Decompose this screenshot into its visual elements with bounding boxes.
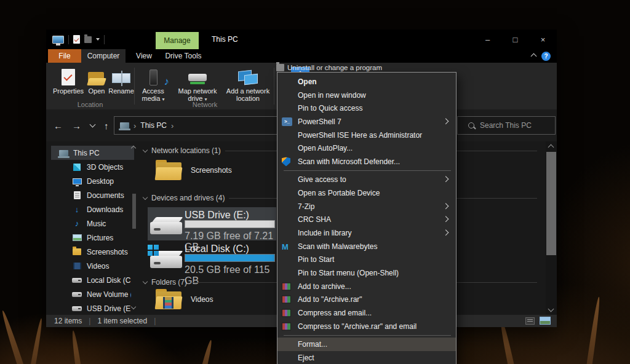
sidebar-item-usb-drive-e[interactable]: USB Drive (E:) [51,301,131,315]
ribbon-tab-bar: File Computer View Drive Tools [46,49,557,63]
sidebar-item-screenshots[interactable]: Screenshots [51,245,131,259]
tab-drive-tools[interactable]: Drive Tools [159,49,208,63]
properties-button[interactable]: Properties [52,65,84,95]
capacity-bar-local-disk [185,254,275,262]
maximize-button[interactable]: □ [501,30,529,49]
menu-item-open-as-portable-device[interactable]: Open as Portable Device [277,186,456,200]
access-media-button[interactable]: ♪ Access media ▾ [136,65,170,103]
usb-drive-icon [150,216,182,234]
rename-button[interactable]: Rename [108,65,135,95]
computer-icon [52,36,64,44]
collapse-group-chevron-icon[interactable] [143,194,148,199]
collapse-group-chevron-icon[interactable] [143,147,148,152]
menu-item-pin-to-start[interactable]: Pin to Start [277,253,456,266]
breadcrumb[interactable]: This PC [140,121,167,130]
collapse-group-chevron-icon[interactable] [143,279,148,283]
film-icon [72,261,82,271]
tab-file[interactable]: File [48,49,81,63]
malwarebytes-icon: M [282,242,289,251]
details-view-icon[interactable] [525,317,535,325]
menu-item-add-to-archive[interactable]: Add to archive... [277,280,456,293]
ribbon-group-divider [134,68,135,105]
capacity-bar-usb [185,220,275,228]
minimize-button[interactable]: – [474,30,501,49]
menu-item-add-to-archive-rar[interactable]: Add to "Archive.rar" [277,293,456,307]
system-drive-icon [150,250,182,268]
scroll-down-icon[interactable] [131,304,136,309]
sidebar-item-downloads[interactable]: ↓ Downloads [51,202,131,216]
open-button[interactable]: Open [86,65,108,95]
back-button[interactable]: ← [54,121,63,131]
tab-view[interactable]: View [126,49,162,63]
defender-shield-icon [282,157,290,166]
properties-icon [62,69,75,85]
menu-item-scan-with-malwarebytes[interactable]: M Scan with Malwarebytes [277,240,456,253]
menu-item-pin-to-quick-access[interactable]: Pin to Quick access [277,101,456,115]
menu-item-eject[interactable]: Eject [277,351,456,364]
cube-icon [72,162,82,172]
drive-icon [72,304,82,314]
selection-count: 1 item selected [97,317,147,325]
drive-item-local-disk-c[interactable]: Local Disk (C:) 20.5 GB free of 115 GB [148,241,276,274]
menu-item-crc-sha[interactable]: CRC SHA [277,213,456,226]
breadcrumb-chevron-icon[interactable]: › [171,121,173,130]
program-icon [276,64,284,71]
menu-item-7-zip[interactable]: 7-Zip [277,200,456,213]
film-strip-icon [163,297,173,309]
submenu-arrow-icon [443,176,449,183]
picture-icon [72,233,82,243]
sidebar-scrollbar[interactable] [130,141,138,315]
sidebar-item-pictures[interactable]: Pictures [51,231,131,245]
up-button[interactable]: ↑ [104,121,109,131]
file-item-videos[interactable]: Videos [156,288,279,315]
tab-computer[interactable]: Computer [81,49,126,63]
menu-item-open-in-new-window[interactable]: Open in new window [277,89,456,102]
uninstall-or-change-program-button[interactable]: Uninstall or change a program [276,64,382,71]
menu-item-give-access-to[interactable]: Give access to [277,173,456,186]
properties-quick-icon[interactable] [73,35,80,44]
file-item-screenshots[interactable]: Screenshots [156,159,279,191]
menu-item-scan-with-defender[interactable]: Scan with Microsoft Defender... [277,155,456,168]
menu-item-include-in-library[interactable]: Include in library [277,226,456,240]
menu-item-format[interactable]: Format... [277,338,456,351]
menu-item-powershell-7[interactable]: >_ PowerShell 7 [277,115,456,129]
menu-item-pin-to-start-menu-open-shell[interactable]: Pin to Start menu (Open-Shell) [277,266,456,280]
open-folder-icon [88,72,105,85]
scrollbar-thumb[interactable] [132,194,136,229]
music-note-icon: ♪ [72,219,82,229]
scroll-down-icon[interactable] [548,306,554,312]
help-icon[interactable]: ? [541,52,551,61]
new-folder-quick-icon[interactable] [84,36,92,43]
customize-toolbar-caret-icon[interactable] [96,38,100,41]
menu-item-open[interactable]: Open [277,75,456,89]
menu-item-compress-and-email[interactable]: Compress and email... [277,306,456,320]
this-pc-icon [120,122,129,129]
scrollbar-thumb[interactable] [546,152,556,255]
search-input[interactable] [480,121,551,130]
winrar-icon [282,296,291,304]
large-icons-view-icon[interactable] [540,317,551,325]
menu-item-powershell-ise-admin[interactable]: PowerShell ISE Here as Administrator [277,129,456,142]
scroll-up-icon[interactable] [131,146,136,151]
sidebar-item-3d-objects[interactable]: 3D Objects [51,160,131,174]
sidebar-item-documents[interactable]: Documents [51,188,131,202]
drive-item-usb-drive-e[interactable]: USB Drive (E:) 7.19 GB free of 7.21 GB [148,207,276,240]
manage-contextual-tab[interactable]: Manage [156,32,199,49]
sidebar-item-videos[interactable]: Videos [51,259,131,273]
winrar-icon [282,322,291,330]
sidebar-item-local-disk-c[interactable]: Local Disk (C:) [51,273,131,287]
menu-item-open-autoplay[interactable]: Open AutoPlay... [277,141,456,155]
search-box[interactable] [457,116,556,135]
sidebar-item-music[interactable]: ♪ Music [51,216,131,231]
forward-button[interactable]: → [72,121,81,131]
drive-icon [72,275,82,285]
content-scrollbar[interactable] [546,141,557,315]
map-network-drive-button[interactable]: Map network drive ▾ [173,65,222,103]
scroll-up-icon[interactable] [548,144,554,151]
close-button[interactable]: × [529,30,557,49]
sidebar-item-desktop[interactable]: Desktop [51,174,131,188]
recent-locations-chevron-icon[interactable] [90,121,96,127]
menu-item-compress-to-archive-rar-and-email[interactable]: Compress to "Archive.rar" and email [277,320,456,333]
sidebar-item-this-pc[interactable]: This PC [51,146,134,160]
sidebar-item-new-volume-d[interactable]: New Volume (D:) [51,287,131,301]
